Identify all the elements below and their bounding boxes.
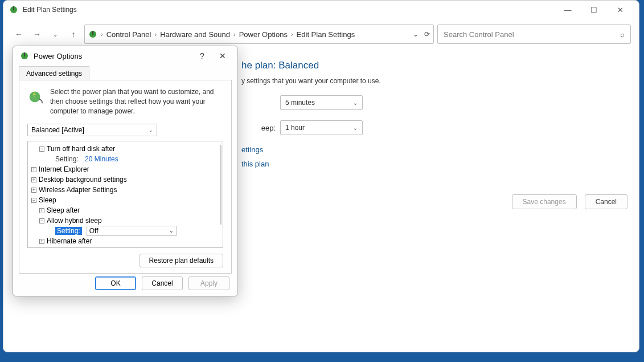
refresh-icon[interactable]: ⟳ xyxy=(424,30,430,38)
tab-page: Select the power plan that you want to c… xyxy=(19,80,232,274)
sleep-label: eep: xyxy=(241,124,276,132)
turn-off-display-combo[interactable]: 5 minutes⌄ xyxy=(280,95,363,110)
expand-icon[interactable]: + xyxy=(31,167,36,172)
breadcrumb-seg[interactable]: Hardware and Sound xyxy=(160,30,230,39)
tree-node-sleep[interactable]: −Sleep xyxy=(31,195,219,205)
chevron-right-icon: › xyxy=(291,31,293,38)
svg-rect-5 xyxy=(24,52,25,56)
scrollbar[interactable] xyxy=(220,145,221,225)
recent-dropdown[interactable]: ⌄ xyxy=(48,27,63,42)
chevron-right-icon: › xyxy=(154,31,157,38)
breadcrumb-seg[interactable]: Control Panel xyxy=(106,30,151,39)
window-title: Edit Plan Settings xyxy=(23,6,550,14)
close-button[interactable]: ✕ xyxy=(607,1,633,19)
collapse-icon[interactable]: − xyxy=(39,147,44,152)
address-bar: ← → ⌄ ↑ › Control Panel › Hardware and S… xyxy=(11,25,631,44)
tree-node-hard-disk[interactable]: −Turn off hard disk after xyxy=(31,144,219,154)
dialog-titlebar: Power Options ? ✕ xyxy=(13,46,237,66)
forward-button[interactable]: → xyxy=(30,27,44,42)
chevron-right-icon: › xyxy=(101,31,103,38)
titlebar: Edit Plan Settings ― ☐ ✕ xyxy=(3,1,639,19)
power-plan-combo[interactable]: Balanced [Active]⌄ xyxy=(27,124,157,136)
power-icon xyxy=(20,51,29,60)
page-title: he plan: Balanced xyxy=(241,60,627,71)
cancel-button[interactable]: Cancel xyxy=(585,194,627,209)
power-options-dialog: Power Options ? ✕ Advanced settings Sele… xyxy=(13,46,238,296)
tree-node-wireless[interactable]: +Wireless Adapter Settings xyxy=(31,185,219,195)
expand-icon[interactable]: + xyxy=(31,177,36,182)
back-button[interactable]: ← xyxy=(11,27,26,42)
tree-node-hibernate[interactable]: +Hibernate after xyxy=(31,236,219,246)
ok-button[interactable]: OK xyxy=(95,276,136,290)
expand-icon[interactable]: + xyxy=(31,188,36,193)
sleep-combo[interactable]: 1 hour⌄ xyxy=(280,120,363,135)
help-button[interactable]: ? xyxy=(194,51,210,60)
search-input[interactable]: Search Control Panel ⌕ xyxy=(437,25,631,44)
search-icon: ⌕ xyxy=(620,30,625,39)
path-box[interactable]: › Control Panel › Hardware and Sound › P… xyxy=(84,25,434,44)
tree-node-ie[interactable]: +Internet Explorer xyxy=(31,164,219,174)
breadcrumb-seg[interactable]: Power Options xyxy=(239,30,288,39)
expand-icon[interactable]: + xyxy=(39,239,44,244)
tree-node-hybrid-sleep[interactable]: −Allow hybrid sleep xyxy=(31,215,219,226)
maximize-button[interactable]: ☐ xyxy=(581,1,607,19)
svg-rect-1 xyxy=(13,6,14,10)
advanced-settings-link[interactable]: ettings xyxy=(241,145,627,154)
svg-rect-3 xyxy=(92,31,93,35)
dialog-title: Power Options xyxy=(34,52,190,60)
chevron-down-icon: ⌄ xyxy=(149,127,153,133)
close-button[interactable]: ✕ xyxy=(215,51,231,60)
tree-setting-hybrid-value[interactable]: Setting: Off⌄ xyxy=(31,226,219,236)
chevron-right-icon: › xyxy=(233,31,236,38)
history-dropdown-icon[interactable]: ⌄ xyxy=(413,30,419,38)
power-icon xyxy=(88,30,97,39)
cancel-button[interactable]: Cancel xyxy=(142,276,183,290)
tree-node-wake-timer[interactable]: +Allow wake timer xyxy=(31,246,219,248)
restore-defaults-link[interactable]: this plan xyxy=(241,160,627,168)
minimize-button[interactable]: ― xyxy=(555,1,581,19)
chevron-down-icon: ⌄ xyxy=(353,125,358,131)
collapse-icon[interactable]: − xyxy=(39,218,44,223)
tree-setting-hard-disk-value[interactable]: Setting: 20 Minutes xyxy=(31,154,219,164)
plan-settings-content: he plan: Balanced y settings that you wa… xyxy=(241,60,627,209)
restore-defaults-button[interactable]: Restore plan defaults xyxy=(140,254,223,267)
save-changes-button[interactable]: Save changes xyxy=(512,194,577,209)
search-placeholder: Search Control Panel xyxy=(444,30,514,39)
battery-plug-icon xyxy=(27,87,44,104)
expand-icon[interactable]: + xyxy=(39,208,44,213)
app-icon xyxy=(9,5,18,14)
breadcrumb-seg[interactable]: Edit Plan Settings xyxy=(297,30,355,39)
chevron-down-icon: ⌄ xyxy=(169,228,174,234)
page-subtitle: y settings that you want your computer t… xyxy=(241,77,627,85)
settings-tree[interactable]: −Turn off hard disk after Setting: 20 Mi… xyxy=(27,141,223,248)
chevron-down-icon: ⌄ xyxy=(353,100,358,106)
collapse-icon[interactable]: − xyxy=(31,198,36,203)
dialog-description: Select the power plan that you want to c… xyxy=(50,87,223,116)
tree-node-sleep-after[interactable]: +Sleep after xyxy=(31,205,219,215)
up-button[interactable]: ↑ xyxy=(66,27,81,42)
tab-advanced-settings[interactable]: Advanced settings xyxy=(19,66,89,80)
apply-button[interactable]: Apply xyxy=(188,276,229,290)
tree-node-desktop-bg[interactable]: +Desktop background settings xyxy=(31,174,219,185)
hybrid-sleep-value-combo[interactable]: Off⌄ xyxy=(87,226,177,236)
